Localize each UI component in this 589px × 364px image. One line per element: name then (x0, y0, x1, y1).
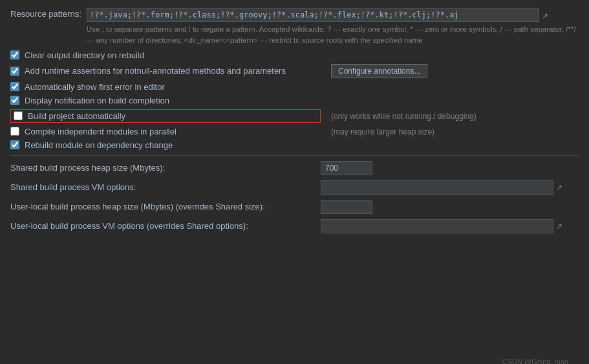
field-input-user-vm[interactable] (321, 219, 553, 233)
checkbox-compile-independent[interactable] (10, 127, 19, 136)
field-input-wrap-user-heap (321, 200, 579, 214)
field-row-shared-heap: Shared build process heap size (Mbytes): (10, 161, 579, 175)
field-expand-icon-shared-vm[interactable]: ↗ (556, 183, 562, 192)
resource-patterns-hint: Use ; to separate patterns and ! to nega… (87, 24, 579, 47)
configure-annotations-button[interactable]: Configure annotations... (331, 64, 427, 78)
checkbox-label-clear-output: Clear output directory on rebuild (25, 50, 144, 60)
resource-patterns-expand-icon[interactable]: ↗ (542, 10, 548, 21)
checkbox-hint-build-automatically: (only works while not running / debuggin… (331, 111, 477, 121)
field-input-wrap-shared-heap (321, 161, 579, 175)
checkbox-row-compile-independent: Compile independent modules in parallel(… (10, 127, 579, 136)
checkbox-row-rebuild-on-dependency: Rebuild module on dependency change (10, 140, 579, 150)
resource-patterns-value-col: ↗ Use ; to separate patterns and ! to ne… (87, 8, 579, 47)
field-input-wrap-shared-vm: ↗ (321, 180, 579, 195)
checkbox-rebuild-on-dependency[interactable] (10, 140, 19, 149)
checkbox-build-automatically[interactable] (14, 111, 23, 120)
field-input-shared-vm[interactable] (321, 180, 553, 195)
checkbox-show-first-error[interactable] (10, 82, 19, 91)
checkbox-label-rebuild-on-dependency: Rebuild module on dependency change (25, 140, 173, 150)
checkbox-label-runtime-assertions: Add runtime assertions for notnull-annot… (25, 66, 286, 76)
checkbox-hint-compile-independent: (may require larger heap size) (331, 127, 434, 136)
checkbox-clear-output[interactable] (10, 50, 19, 59)
checkbox-label-compile-independent: Compile independent modules in parallel (25, 127, 177, 136)
field-expand-icon-user-vm[interactable]: ↗ (556, 222, 562, 231)
field-label-user-vm: User-local build process VM options (ove… (10, 221, 321, 231)
checkbox-label-build-automatically: Build project automatically (28, 111, 125, 121)
divider (10, 155, 579, 156)
checkbox-row-clear-output: Clear output directory on rebuild (10, 50, 579, 60)
checkbox-row-show-first-error: Automatically show first error in editor (10, 82, 579, 92)
checkbox-label-display-notification: Display notification on build completion (25, 96, 169, 105)
field-input-user-heap[interactable] (321, 200, 372, 214)
checkbox-display-notification[interactable] (10, 96, 19, 105)
field-row-shared-vm: Shared build process VM options:↗ (10, 180, 579, 195)
resource-patterns-input[interactable] (87, 8, 539, 22)
settings-panel: Resource patterns: ↗ Use ; to separate p… (10, 8, 579, 364)
field-row-user-heap: User-local build process heap size (Mbyt… (10, 200, 579, 214)
field-label-shared-vm: Shared build process VM options: (10, 182, 321, 192)
checkbox-runtime-assertions[interactable] (10, 67, 19, 76)
field-row-user-vm: User-local build process VM options (ove… (10, 219, 579, 233)
field-label-shared-heap: Shared build process heap size (Mbytes): (10, 163, 321, 173)
fields-container: Shared build process heap size (Mbytes):… (10, 161, 579, 233)
field-label-user-heap: User-local build process heap size (Mbyt… (10, 202, 321, 211)
checkboxes-container: Clear output directory on rebuildAdd run… (10, 50, 579, 150)
resource-patterns-label: Resource patterns: (10, 8, 81, 19)
resource-patterns-row: Resource patterns: ↗ Use ; to separate p… (10, 8, 579, 47)
field-input-wrap-user-vm: ↗ (321, 219, 579, 233)
checkbox-row-runtime-assertions: Add runtime assertions for notnull-annot… (10, 64, 579, 78)
checkbox-row-build-automatically: Build project automatically(only works w… (10, 109, 579, 123)
watermark: CSDN @Going_man (502, 358, 568, 364)
field-input-shared-heap[interactable] (321, 161, 372, 175)
checkbox-row-display-notification: Display notification on build completion (10, 96, 579, 105)
checkbox-label-show-first-error: Automatically show first error in editor (25, 82, 165, 92)
